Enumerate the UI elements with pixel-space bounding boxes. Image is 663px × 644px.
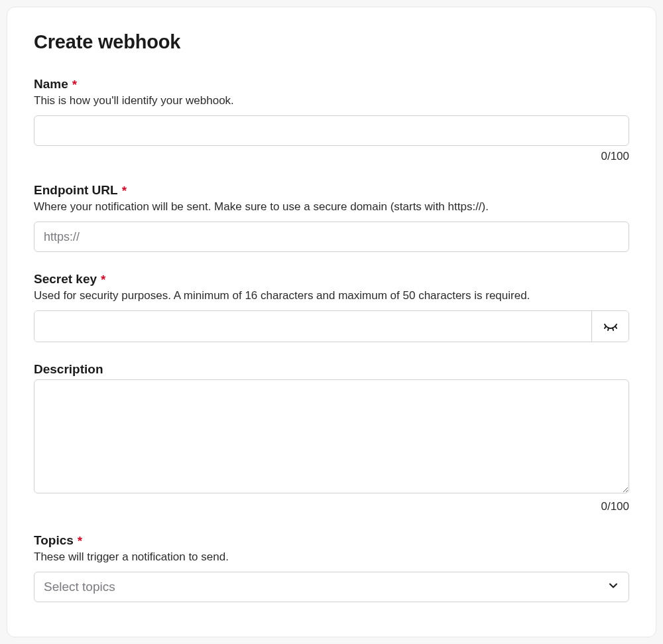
topics-help: These will trigger a notification to sen… <box>34 550 629 564</box>
description-group: Description 0/100 <box>34 362 629 513</box>
svg-line-0 <box>605 326 606 328</box>
secret-input[interactable] <box>34 311 591 342</box>
topics-placeholder: Select topics <box>44 580 115 594</box>
eye-closed-icon <box>603 318 619 336</box>
required-icon: * <box>78 535 82 547</box>
topics-label-row: Topics * <box>34 533 629 548</box>
required-icon: * <box>122 184 127 197</box>
secret-group: Secret key * Used for security purposes.… <box>34 272 629 342</box>
secret-label: Secret key <box>34 272 97 287</box>
endpoint-label-row: Endpoint URL * <box>34 183 629 198</box>
description-input[interactable] <box>34 379 629 493</box>
secret-label-row: Secret key * <box>34 272 629 287</box>
topics-select-wrap: Select topics <box>34 572 629 602</box>
description-counter: 0/100 <box>34 500 629 513</box>
topics-group: Topics * These will trigger a notificati… <box>34 533 629 602</box>
name-label: Name <box>34 77 68 92</box>
topics-label: Topics <box>34 533 74 548</box>
name-input[interactable] <box>34 115 629 146</box>
required-icon: * <box>101 273 105 286</box>
name-counter: 0/100 <box>34 150 629 163</box>
description-label: Description <box>34 362 103 377</box>
name-group: Name * This is how you'll identify your … <box>34 77 629 163</box>
topics-select[interactable]: Select topics <box>34 572 629 602</box>
endpoint-input[interactable] <box>34 222 629 252</box>
description-label-row: Description <box>34 362 629 377</box>
svg-line-3 <box>615 326 617 328</box>
svg-line-1 <box>608 328 609 330</box>
endpoint-label: Endpoint URL <box>34 183 118 198</box>
endpoint-help: Where your notification will be sent. Ma… <box>34 200 629 214</box>
toggle-visibility-button[interactable] <box>591 311 629 342</box>
required-icon: * <box>72 78 77 91</box>
svg-line-2 <box>613 328 613 330</box>
secret-help: Used for security purposes. A minimum of… <box>34 289 629 302</box>
name-help: This is how you'll identify your webhook… <box>34 94 629 107</box>
endpoint-group: Endpoint URL * Where your notification w… <box>34 183 629 252</box>
webhook-create-card: Create webhook Name * This is how you'll… <box>7 7 656 637</box>
secret-input-row <box>34 310 629 342</box>
name-label-row: Name * <box>34 77 629 92</box>
page-title: Create webhook <box>34 31 629 53</box>
